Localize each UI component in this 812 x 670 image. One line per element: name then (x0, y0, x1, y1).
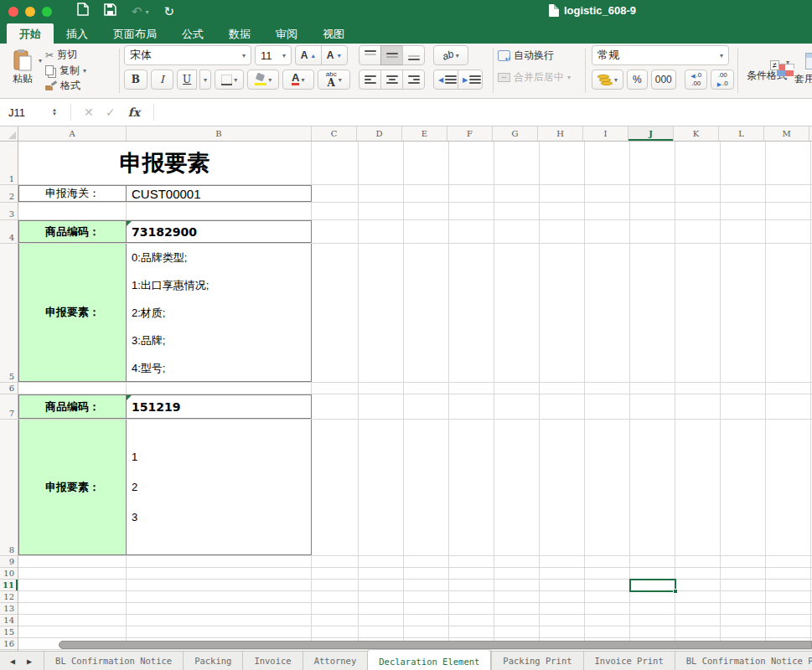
row-header-15[interactable]: 15 (0, 626, 18, 638)
conditional-formatting-button[interactable]: ≠ ▾ 条件格式 (742, 45, 791, 83)
horizontal-scrollbar-thumb[interactable] (59, 641, 812, 649)
underline-caret-button[interactable]: ▾ (199, 70, 211, 90)
row-header-5[interactable]: 5 (0, 244, 18, 383)
wrap-text-button[interactable]: 自动换行 (498, 49, 554, 63)
align-right-button[interactable] (402, 70, 425, 90)
zoom-window-button[interactable] (42, 7, 52, 17)
cell-a6[interactable] (18, 383, 127, 394)
bold-button[interactable]: B (124, 70, 147, 90)
cut-button[interactable]: ✂ 剪切 (45, 48, 86, 62)
font-color-button[interactable]: A ▾ (282, 70, 314, 90)
name-box-stepper[interactable]: ▲ ▼ (52, 108, 57, 116)
borders-button[interactable]: ▾ (215, 70, 245, 90)
sheet-tab-declaration-element-active[interactable]: Declaration Element (367, 649, 491, 670)
column-header-e[interactable]: E (402, 126, 447, 141)
name-box[interactable]: J11 (0, 106, 52, 119)
text-orientation-button[interactable]: ab ▾ (433, 45, 468, 65)
column-header-m[interactable]: M (764, 126, 809, 141)
select-all-corner[interactable] (0, 126, 18, 142)
save-icon[interactable] (104, 3, 116, 21)
row-header-14[interactable]: 14 (0, 615, 18, 626)
copy-button[interactable]: 复制 ▾ (45, 64, 86, 78)
currency-format-button[interactable]: ▾ (592, 70, 623, 90)
decrease-font-size-button[interactable]: A ▼ (321, 45, 348, 65)
underline-button[interactable]: U (177, 70, 197, 90)
row-header-4[interactable]: 4 (0, 220, 18, 244)
percent-format-button[interactable]: % (627, 70, 648, 90)
column-header-c[interactable]: C (312, 126, 357, 141)
new-document-icon[interactable] (77, 3, 89, 21)
confirm-entry-icon[interactable]: ✓ (100, 106, 122, 119)
row-header-11-selected[interactable]: 11 (0, 580, 18, 591)
empty-rows-region[interactable] (18, 556, 812, 650)
sheet-tab-packing-print[interactable]: Packing Print (491, 652, 582, 670)
selected-cell-j11[interactable] (629, 579, 676, 592)
sheet-tab-invoice-print[interactable]: Invoice Print (583, 652, 675, 670)
align-left-button[interactable] (359, 70, 381, 90)
column-header-g[interactable]: G (493, 126, 538, 141)
align-middle-button[interactable] (380, 45, 403, 65)
column-header-a[interactable]: A (18, 126, 127, 141)
column-header-l[interactable]: L (719, 126, 764, 141)
number-format-select[interactable]: 常规 ▾ (592, 45, 729, 65)
format-painter-button[interactable]: 格式 (45, 79, 86, 93)
row-header-1[interactable]: 1 (0, 142, 18, 185)
fill-handle[interactable] (673, 589, 678, 594)
cancel-entry-icon[interactable]: ✕ (78, 106, 100, 119)
prev-sheet-icon[interactable]: ◀ (10, 657, 15, 666)
paste-button[interactable]: 粘贴 ▾ (5, 45, 40, 95)
column-header-f[interactable]: F (447, 126, 493, 141)
column-header-h[interactable]: H (538, 126, 583, 141)
increase-indent-button[interactable]: ▶ (458, 70, 483, 90)
decrease-decimal-button[interactable]: .00 ▶.0 (711, 70, 734, 90)
column-header-j-selected[interactable]: J (628, 126, 674, 141)
format-as-table-button[interactable]: 套用表格式 (793, 45, 812, 85)
close-window-button[interactable] (8, 7, 18, 17)
column-header-d[interactable]: D (357, 126, 402, 141)
cell-a2-label[interactable]: 申报海关： (18, 185, 127, 202)
sheet-tab-bl-confirmation-notice[interactable]: BL Confirmation Notice (44, 652, 183, 670)
cell-b3[interactable] (127, 203, 312, 219)
cell-a1-title[interactable]: 申报要素 (18, 142, 312, 184)
row-header-8[interactable]: 8 (0, 420, 18, 556)
cell-b6[interactable] (127, 383, 312, 394)
row-header-13[interactable]: 13 (0, 603, 18, 615)
minimize-window-button[interactable] (25, 7, 35, 17)
cell-a4-label[interactable]: 商品编码： (18, 220, 127, 243)
row-header-3[interactable]: 3 (0, 203, 18, 220)
cell-a8-label[interactable]: 申报要素： (18, 420, 127, 555)
tab-review[interactable]: 审阅 (263, 23, 310, 44)
align-center-button[interactable] (380, 70, 403, 90)
align-top-button[interactable] (359, 45, 381, 65)
column-header-b[interactable]: B (127, 126, 312, 141)
insert-function-icon[interactable]: fx (122, 106, 147, 119)
next-sheet-icon[interactable]: ▶ (27, 657, 32, 666)
row-header-2[interactable]: 2 (0, 185, 18, 203)
tab-page-layout[interactable]: 页面布局 (101, 23, 169, 44)
sheet-tab-bl-confirmation-notice-print[interactable]: BL Confirmation Notice Print (675, 652, 812, 670)
thousands-format-button[interactable]: 000 (651, 70, 676, 90)
cell-b5-lines[interactable]: 0:品牌类型; 1:出口享惠情况; 2:材质; 3:品牌; 4:型号; (127, 244, 312, 382)
column-header-k[interactable]: K (674, 126, 719, 141)
tab-view[interactable]: 视图 (310, 23, 357, 44)
sheet-tab-packing[interactable]: Packing (183, 652, 242, 670)
sheet-tab-attorney[interactable]: Attorney (303, 652, 368, 670)
row-header-10[interactable]: 10 (0, 568, 18, 580)
increase-decimal-button[interactable]: ◀.0 .00 (685, 70, 708, 90)
row-header-9[interactable]: 9 (0, 556, 18, 568)
cell-a5-label[interactable]: 申报要素： (18, 244, 127, 382)
tab-data[interactable]: 数据 (216, 23, 263, 44)
row-header-7[interactable]: 7 (0, 394, 18, 420)
row-header-16[interactable]: 16 (0, 638, 18, 650)
font-size-select[interactable]: 11 ▾ (255, 45, 292, 65)
sheet-tab-invoice[interactable]: Invoice (242, 652, 302, 670)
cell-b8-lines[interactable]: 1 2 3 (127, 420, 312, 555)
tab-home[interactable]: 开始 (7, 23, 54, 44)
cell-a7-label[interactable]: 商品编码： (18, 394, 127, 419)
redo-icon[interactable]: ↻ (164, 3, 175, 21)
row-header-6[interactable]: 6 (0, 383, 18, 394)
tab-insert[interactable]: 插入 (54, 23, 101, 44)
cell-b7-value[interactable]: 151219 (127, 394, 312, 419)
clear-formatting-button[interactable]: abc A ▾ (318, 70, 351, 90)
formula-input[interactable] (161, 99, 812, 126)
